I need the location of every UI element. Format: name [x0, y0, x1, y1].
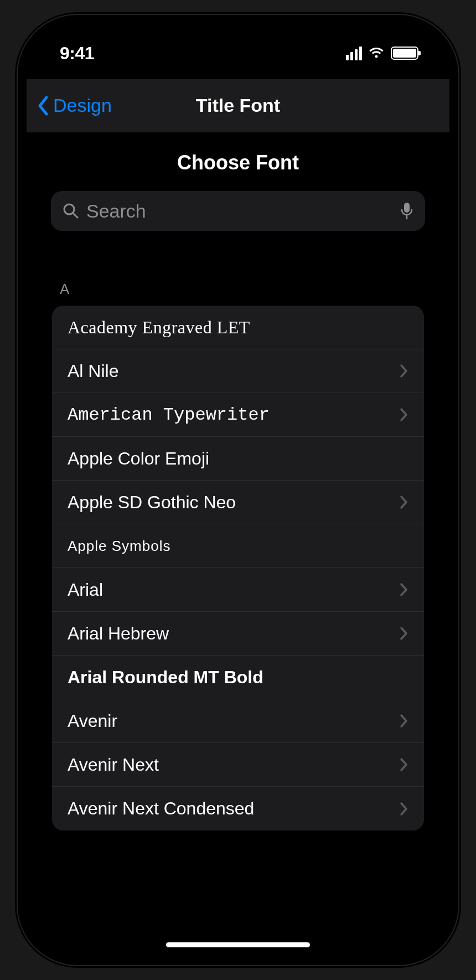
battery-icon	[391, 47, 418, 60]
cellular-icon	[346, 47, 362, 60]
microphone-icon[interactable]	[400, 202, 414, 220]
font-row[interactable]: Al Nile	[52, 349, 424, 393]
content: Choose Font Search A Academy Engraved LE…	[27, 132, 449, 831]
font-row[interactable]: Avenir Next	[52, 743, 424, 787]
svg-rect-2	[404, 203, 410, 213]
wifi-icon	[368, 47, 385, 60]
status-time: 9:41	[60, 40, 94, 64]
font-row[interactable]: Apple SD Gothic Neo	[52, 481, 424, 524]
font-name-label: Avenir Next	[68, 755, 159, 775]
chevron-right-icon	[400, 757, 408, 772]
back-label: Design	[53, 95, 112, 116]
chevron-right-icon	[400, 582, 408, 597]
search-container: Search	[27, 191, 449, 242]
chevron-left-icon	[37, 95, 50, 116]
chevron-right-icon	[400, 802, 408, 816]
screen: 9:41 Design Title Font	[27, 24, 449, 956]
font-list: Academy Engraved LETAl NileAmerican Type…	[52, 306, 424, 831]
home-indicator[interactable]	[166, 942, 310, 947]
font-name-label: Apple Color Emoji	[68, 448, 209, 469]
chevron-right-icon	[400, 495, 408, 509]
font-name-label: Arial Rounded MT Bold	[68, 667, 263, 688]
chevron-right-icon	[400, 626, 408, 641]
font-row[interactable]: Arial Hebrew	[52, 612, 424, 656]
font-name-label: American Typewriter	[68, 405, 270, 425]
font-name-label: Academy Engraved LET	[68, 317, 250, 338]
font-name-label: Arial	[68, 580, 103, 600]
font-row[interactable]: Avenir	[52, 699, 424, 743]
font-row[interactable]: Apple Symbols	[52, 524, 424, 568]
font-row[interactable]: Academy Engraved LET	[52, 306, 424, 349]
font-row[interactable]: Apple Color Emoji	[52, 437, 424, 481]
font-name-label: Avenir Next Condensed	[68, 798, 254, 819]
chevron-right-icon	[400, 408, 408, 422]
font-name-label: Al Nile	[68, 361, 118, 381]
choose-font-heading: Choose Font	[27, 132, 449, 191]
font-row[interactable]: American Typewriter	[52, 393, 424, 437]
back-button[interactable]: Design	[27, 95, 112, 116]
nav-bar: Design Title Font	[27, 79, 449, 132]
phone-frame: 9:41 Design Title Font	[17, 14, 459, 966]
section-header-a: A	[27, 242, 449, 306]
font-name-label: Apple SD Gothic Neo	[68, 492, 236, 513]
font-name-label: Apple Symbols	[68, 538, 170, 555]
status-bar: 9:41	[27, 24, 449, 79]
search-icon	[62, 202, 80, 220]
svg-line-1	[73, 213, 77, 218]
chevron-right-icon	[400, 364, 408, 378]
status-icons	[346, 43, 418, 60]
search-input[interactable]: Search	[51, 191, 425, 231]
font-row[interactable]: Arial	[52, 568, 424, 612]
font-row[interactable]: Arial Rounded MT Bold	[52, 656, 424, 699]
font-name-label: Arial Hebrew	[68, 623, 169, 644]
chevron-right-icon	[400, 714, 408, 728]
font-row[interactable]: Avenir Next Condensed	[52, 787, 424, 831]
font-name-label: Avenir	[68, 711, 117, 731]
search-placeholder: Search	[86, 200, 393, 222]
